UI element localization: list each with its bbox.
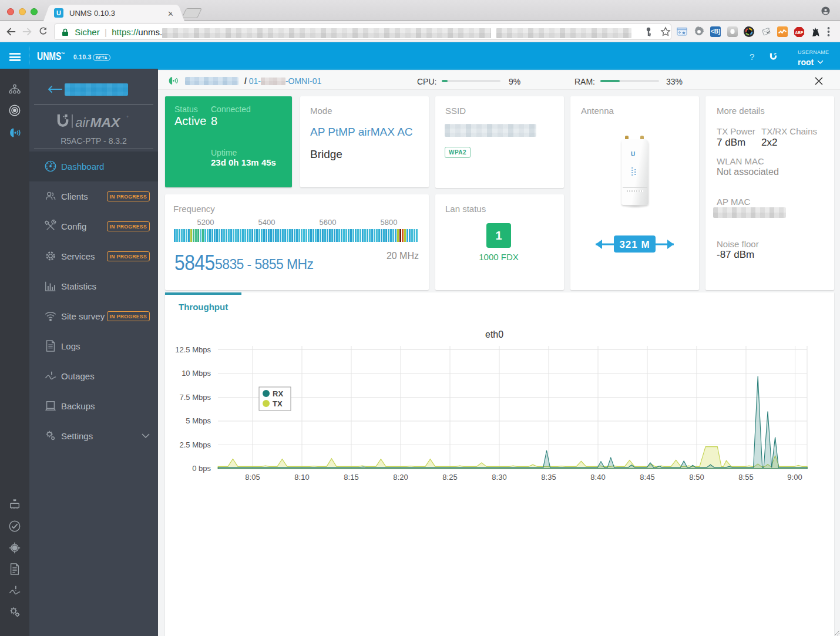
svg-text:air: air [75,115,90,130]
svg-text:9:00: 9:00 [787,473,802,482]
svg-text:8:55: 8:55 [738,473,753,482]
svg-text:0 bps: 0 bps [192,464,211,473]
svg-text:2.5 Mbps: 2.5 Mbps [180,440,211,449]
svg-text:8:05: 8:05 [245,473,260,482]
svg-text:8:35: 8:35 [541,473,556,482]
svg-text:8:50: 8:50 [689,473,704,482]
svg-text:8:40: 8:40 [590,473,605,482]
svg-text:12.5 Mbps: 12.5 Mbps [175,345,211,354]
svg-text:7.5 Mbps: 7.5 Mbps [180,393,211,402]
svg-text:321 M: 321 M [619,239,650,250]
svg-text:8:25: 8:25 [442,473,457,482]
svg-text:10 Mbps: 10 Mbps [182,369,211,378]
svg-text:5 Mbps: 5 Mbps [186,416,211,425]
svg-text:8:10: 8:10 [294,473,309,482]
svg-text:8:45: 8:45 [640,473,654,482]
svg-text:8:20: 8:20 [393,473,408,482]
svg-text:ABP: ABP [795,31,804,35]
svg-text:8:30: 8:30 [492,473,506,482]
svg-text:eth0: eth0 [485,329,503,339]
svg-text:8:15: 8:15 [344,473,358,482]
svg-text:MAX: MAX [90,115,122,130]
svg-text:RX: RX [273,389,283,398]
svg-text:°: ° [126,115,128,120]
svg-text:TX: TX [273,399,283,408]
